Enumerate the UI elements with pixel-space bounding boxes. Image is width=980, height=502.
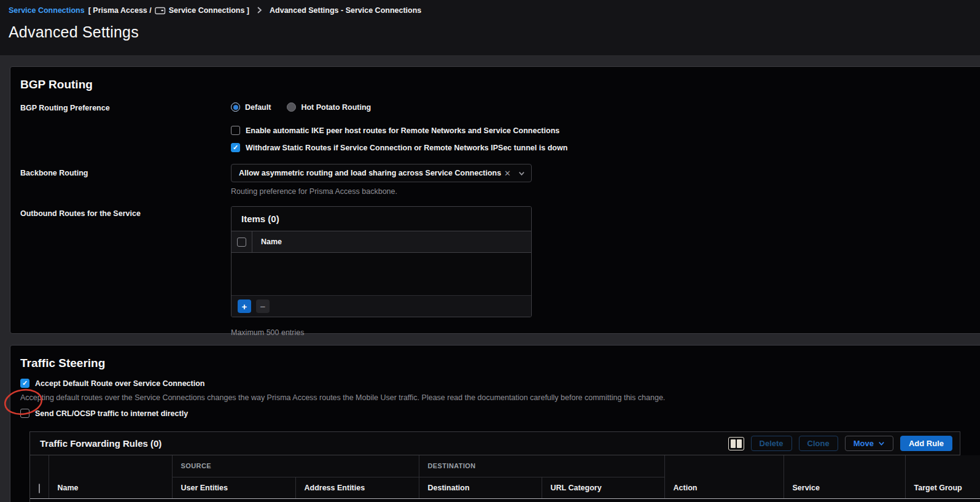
column-header-name: Name <box>49 455 172 498</box>
breadcrumb: Service Connections [ Prisma Access / Se… <box>9 6 980 15</box>
move-button[interactable]: Move <box>845 436 893 451</box>
checkbox-unchecked-icon[interactable] <box>20 409 29 418</box>
items-table-title: Items (0) <box>231 207 531 231</box>
items-header-checkbox-cell <box>231 231 252 252</box>
outbound-routes-label: Outbound Routes for the Service <box>20 206 231 218</box>
column-header-destination: Destination <box>419 477 542 498</box>
checkbox-checked-icon[interactable] <box>231 143 240 152</box>
checkbox-row-accept-default-route[interactable]: Accept Default Route over Service Connec… <box>20 379 976 388</box>
checkbox-withdraw-label[interactable]: Withdraw Static Routes if Service Connec… <box>246 144 567 152</box>
radio-unselected-icon[interactable] <box>287 102 296 112</box>
rules-panel-header: Traffic Forwarding Rules (0) Delete Clon… <box>30 432 960 455</box>
send-crl-ocsp-label[interactable]: Send CRL/OCSP traffic to internet direct… <box>35 409 188 418</box>
traffic-forwarding-rules-panel: Traffic Forwarding Rules (0) Delete Clon… <box>29 431 960 502</box>
items-table: Items (0) Name + − <box>231 206 532 317</box>
checkbox-unchecked-icon[interactable] <box>231 126 240 135</box>
items-table-empty-body <box>231 253 531 296</box>
rules-panel-actions: Delete Clone Move Add Rule <box>728 436 952 451</box>
column-settings-icon[interactable] <box>728 437 744 450</box>
rules-select-all-cell <box>30 455 49 498</box>
group-header-source: SOURCE <box>172 455 419 477</box>
column-header-user-entities: User Entities <box>172 477 295 498</box>
radio-default[interactable]: Default <box>231 102 271 112</box>
items-name-column-header: Name <box>252 237 282 246</box>
column-header-service: Service <box>784 455 905 498</box>
traffic-steering-title: Traffic Steering <box>20 357 976 370</box>
backbone-routing-row: Backbone Routing Allow asymmetric routin… <box>20 164 976 196</box>
radio-selected-icon[interactable] <box>231 102 240 112</box>
page-header: Service Connections [ Prisma Access / Se… <box>0 0 980 55</box>
bgp-preference-radio-group: Default Hot Potato Routing <box>231 102 371 112</box>
service-connections-card-icon <box>155 7 166 15</box>
breadcrumb-link-service-connections[interactable]: Service Connections <box>9 6 85 15</box>
bgp-preference-label: BGP Routing Preference <box>20 102 231 112</box>
checkbox-checked-icon[interactable] <box>20 379 29 388</box>
outbound-routes-row: Outbound Routes for the Service Items (0… <box>20 206 976 337</box>
radio-default-label[interactable]: Default <box>245 103 271 112</box>
remove-item-button[interactable]: − <box>256 299 270 313</box>
move-button-label: Move <box>854 439 874 448</box>
outbound-routes-control: Items (0) Name + − Maximum 500 entries <box>231 206 532 337</box>
traffic-steering-card: Traffic Steering Accept Default Route ov… <box>10 345 980 502</box>
column-header-url-category: URL Category <box>542 477 664 498</box>
chevron-down-icon[interactable] <box>518 170 525 177</box>
backbone-routing-select[interactable]: Allow asymmetric routing and load sharin… <box>231 164 532 182</box>
add-item-button[interactable]: + <box>238 299 251 313</box>
select-all-checkbox[interactable] <box>39 484 40 493</box>
accept-default-route-label[interactable]: Accept Default Route over Service Connec… <box>35 379 204 388</box>
bgp-routing-title: BGP Routing <box>20 78 976 91</box>
radio-hot-potato-routing[interactable]: Hot Potato Routing <box>287 102 371 112</box>
select-all-checkbox[interactable] <box>237 237 246 247</box>
chevron-right-icon <box>257 7 262 15</box>
items-max-entries-note: Maximum 500 entries <box>231 328 532 337</box>
backbone-routing-help: Routing preference for Prisma Access bac… <box>231 187 532 196</box>
radio-hot-potato-label[interactable]: Hot Potato Routing <box>301 103 371 112</box>
checkbox-row-withdraw-static-routes[interactable]: Withdraw Static Routes if Service Connec… <box>231 143 976 152</box>
column-header-action: Action <box>664 455 784 498</box>
checkbox-row-send-crl-ocsp[interactable]: Send CRL/OCSP traffic to internet direct… <box>20 409 976 418</box>
bgp-preference-row: BGP Routing Preference Default Hot Potat… <box>20 102 976 112</box>
breadcrumb-context-prefix: [ Prisma Access / <box>88 6 152 15</box>
rules-table: Name SOURCE DESTINATION Action Service T… <box>30 455 980 502</box>
rules-panel-title: Traffic Forwarding Rules (0) <box>40 438 728 449</box>
group-header-destination: DESTINATION <box>419 455 664 477</box>
chevron-down-icon <box>878 440 885 447</box>
rules-table-empty-body <box>30 498 980 502</box>
page-title: Advanced Settings <box>9 23 980 41</box>
bgp-routing-card: BGP Routing BGP Routing Preference Defau… <box>10 66 980 334</box>
checkbox-ike-label[interactable]: Enable automatic IKE peer host routes fo… <box>246 126 559 135</box>
breadcrumb-context: [ Prisma Access / Service Connections ] <box>88 6 249 15</box>
bgp-checkbox-group: Enable automatic IKE peer host routes fo… <box>231 126 976 152</box>
column-header-target-group: Target Group <box>905 455 980 498</box>
items-table-header-row: Name <box>231 231 531 253</box>
backbone-routing-label: Backbone Routing <box>20 164 231 177</box>
breadcrumb-context-suffix: Service Connections ] <box>169 6 249 15</box>
add-rule-button[interactable]: Add Rule <box>900 436 952 451</box>
breadcrumb-current: Advanced Settings - Service Connections <box>270 6 421 15</box>
clone-button[interactable]: Clone <box>799 436 838 451</box>
backbone-routing-value: Allow asymmetric routing and load sharin… <box>239 169 504 177</box>
accept-default-route-note: Accepting default routes over the Servic… <box>20 393 976 402</box>
clear-icon[interactable]: ✕ <box>504 169 511 178</box>
backbone-routing-control: Allow asymmetric routing and load sharin… <box>231 164 532 196</box>
delete-button[interactable]: Delete <box>751 436 792 451</box>
items-table-footer: + − <box>231 296 531 317</box>
column-header-address-entities: Address Entities <box>295 477 419 498</box>
checkbox-row-ike-peer-routes[interactable]: Enable automatic IKE peer host routes fo… <box>231 126 976 135</box>
